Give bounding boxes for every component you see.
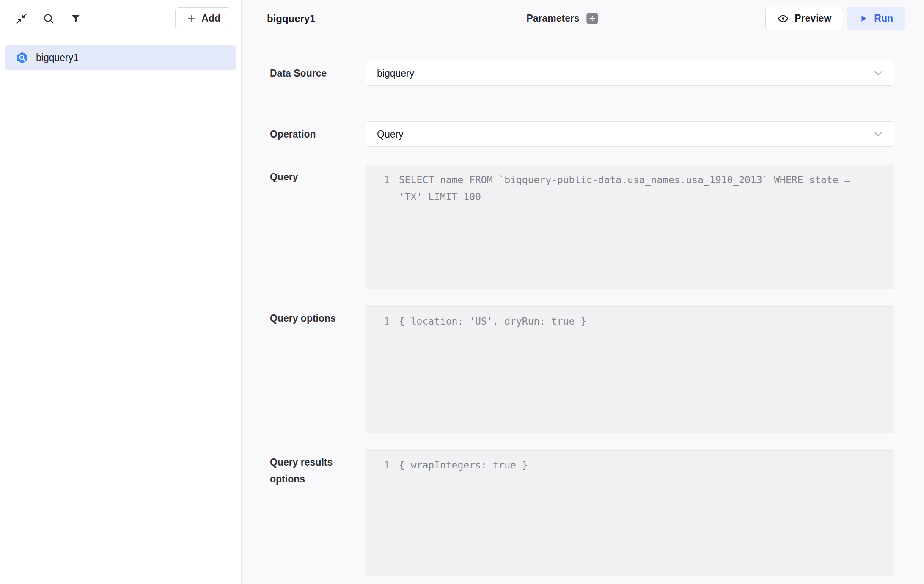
operation-select[interactable]: Query: [366, 121, 894, 147]
query-sidebar: Add bigquery1: [0, 0, 242, 584]
line-number: 1: [366, 171, 390, 188]
query-list-item-label: bigquery1: [36, 52, 79, 63]
preview-button-label: Preview: [795, 13, 831, 24]
line-number: 1: [366, 457, 390, 474]
query-editor-panel: bigquery1 Parameters Preview: [242, 0, 924, 584]
parameters-group: Parameters: [526, 13, 598, 24]
plus-icon: [589, 15, 596, 22]
chevron-down-icon: [872, 128, 885, 140]
header-actions: Preview Run: [765, 7, 905, 30]
operation-row: Operation Query: [270, 121, 894, 147]
query-results-options-editor[interactable]: 1 { wrapIntegers: true }: [366, 450, 894, 576]
query-editor-header: bigquery1 Parameters Preview: [242, 0, 924, 37]
line-number: 1: [366, 313, 390, 330]
filter-icon[interactable]: [69, 12, 82, 25]
collapse-panel-icon[interactable]: [15, 12, 28, 25]
parameters-label: Parameters: [526, 13, 579, 24]
operation-label: Operation: [270, 126, 366, 143]
query-form: Data Source bigquery Operation Query: [242, 37, 924, 576]
search-icon[interactable]: [42, 12, 55, 25]
query-list: bigquery1: [0, 37, 241, 78]
data-source-select[interactable]: bigquery: [366, 61, 894, 86]
run-button-label: Run: [874, 13, 893, 24]
query-results-options-label: Query results options: [270, 450, 366, 488]
query-code-text: SELECT name FROM `bigquery-public-data.u…: [399, 171, 894, 205]
eye-icon: [777, 13, 789, 25]
query-results-options-code-text: { wrapIntegers: true }: [399, 457, 894, 474]
app-window: Add bigquery1 bigquery1 Parameters: [0, 0, 924, 584]
operation-value: Query: [377, 129, 404, 140]
preview-button[interactable]: Preview: [765, 7, 843, 30]
query-list-item-bigquery1[interactable]: bigquery1: [5, 45, 236, 70]
query-row: Query 1 SELECT name FROM `bigquery-publi…: [270, 165, 894, 289]
plus-icon: [186, 13, 197, 24]
query-options-code-text: { location: 'US', dryRun: true }: [399, 313, 894, 330]
add-parameter-button[interactable]: [587, 13, 598, 24]
add-button-label: Add: [201, 13, 220, 24]
run-button[interactable]: Run: [847, 7, 905, 30]
query-title: bigquery1: [267, 13, 316, 25]
query-code-editor[interactable]: 1 SELECT name FROM `bigquery-public-data…: [366, 165, 894, 289]
query-options-label: Query options: [270, 306, 366, 327]
add-query-button[interactable]: Add: [175, 7, 231, 30]
query-results-options-row: Query results options 1 { wrapIntegers: …: [270, 450, 894, 576]
sidebar-toolbar: Add: [0, 0, 241, 37]
data-source-label: Data Source: [270, 65, 366, 82]
data-source-value: bigquery: [377, 68, 414, 79]
query-options-editor[interactable]: 1 { location: 'US', dryRun: true }: [366, 306, 894, 433]
bigquery-icon: [16, 51, 29, 64]
query-options-row: Query options 1 { location: 'US', dryRun…: [270, 306, 894, 433]
play-icon: [858, 14, 869, 24]
data-source-row: Data Source bigquery: [270, 61, 894, 86]
query-label: Query: [270, 165, 366, 185]
chevron-down-icon: [872, 67, 885, 80]
